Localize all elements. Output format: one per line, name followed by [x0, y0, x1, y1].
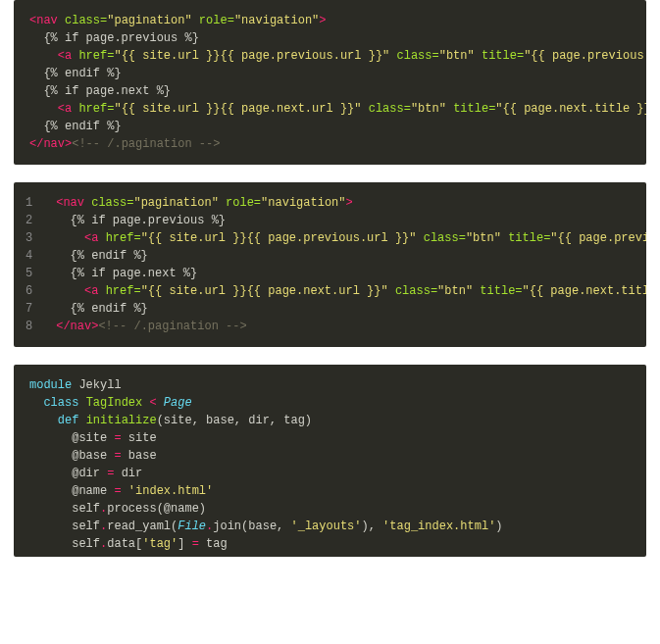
line-number: 6: [25, 282, 32, 300]
code-block-2: 12345678 <nav class="pagination" role="n…: [14, 182, 646, 347]
code-line: self.process(@name): [29, 500, 631, 518]
code-line: </nav><!-- /.pagination -->: [56, 318, 631, 335]
line-number: 7: [25, 300, 32, 318]
code-block-2-linenumbers: 12345678: [14, 194, 56, 335]
code-line: self.read_yaml(File.join(base, '_layouts…: [29, 518, 631, 535]
code-line: @site = site: [29, 429, 631, 447]
code-line: @dir = dir: [29, 465, 631, 482]
code-line: def initialize(site, base, dir, tag): [29, 412, 631, 429]
code-line: class TagIndex < Page: [29, 394, 631, 412]
code-line: {% endif %}: [56, 300, 631, 318]
code-line: <nav class="pagination" role="navigation…: [29, 12, 631, 29]
line-number: 8: [25, 318, 32, 335]
code-block-1-scroll[interactable]: <nav class="pagination" role="navigation…: [14, 12, 646, 153]
code-block-2-scroll[interactable]: <nav class="pagination" role="navigation…: [56, 194, 646, 335]
code-line: {% endif %}: [56, 247, 631, 265]
code-line: @base = base: [29, 447, 631, 465]
code-line: <a href="{{ site.url }}{{ page.next.url …: [56, 282, 631, 300]
code-line: self.data['tag'] = tag: [29, 535, 631, 553]
code-line: {% if page.previous %}: [29, 29, 631, 47]
line-number: 2: [25, 212, 32, 229]
line-number: 4: [25, 247, 32, 265]
code-line: <nav class="pagination" role="navigation…: [56, 194, 631, 212]
line-number: 3: [25, 229, 32, 247]
code-block-1: <nav class="pagination" role="navigation…: [14, 0, 646, 165]
code-line: {% if page.next %}: [56, 265, 631, 282]
code-line: <a href="{{ site.url }}{{ page.previous.…: [29, 47, 631, 65]
code-line: <a href="{{ site.url }}{{ page.previous.…: [56, 229, 631, 247]
code-block-3-scroll[interactable]: module Jekyll class TagIndex < Page def …: [14, 376, 646, 553]
line-number: 1: [25, 194, 32, 212]
code-block-3: module Jekyll class TagIndex < Page def …: [14, 365, 646, 557]
code-line: {% endif %}: [29, 65, 631, 82]
code-line: @name = 'index.html': [29, 482, 631, 500]
code-line: {% endif %}: [29, 118, 631, 135]
code-line: <a href="{{ site.url }}{{ page.next.url …: [29, 100, 631, 118]
code-line: {% if page.next %}: [29, 82, 631, 100]
code-line: </nav><!-- /.pagination -->: [29, 135, 631, 153]
line-number: 5: [25, 265, 32, 282]
code-line: module Jekyll: [29, 376, 631, 394]
code-line: {% if page.previous %}: [56, 212, 631, 229]
